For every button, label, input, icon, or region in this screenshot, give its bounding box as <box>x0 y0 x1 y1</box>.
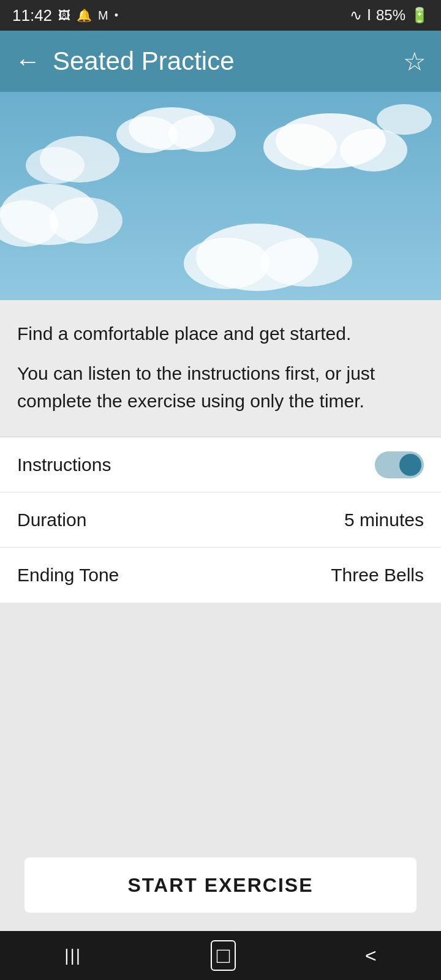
svg-point-14 <box>26 147 85 184</box>
svg-point-9 <box>49 197 123 244</box>
description-line1: Find a comfortable place and get started… <box>17 320 424 347</box>
notification-icon: 🔔 <box>77 8 92 23</box>
duration-row[interactable]: Duration 5 minutes <box>0 492 441 548</box>
recents-button[interactable]: ||| <box>64 946 81 965</box>
page-title: Seated Practice <box>53 47 403 76</box>
start-button-container: START EXERCISE <box>0 845 441 931</box>
battery-icon: 🔋 <box>410 7 429 24</box>
svg-point-5 <box>116 116 178 153</box>
ending-tone-row[interactable]: Ending Tone Three Bells <box>0 548 441 603</box>
svg-point-3 <box>340 129 407 172</box>
duration-value: 5 minutes <box>344 510 424 530</box>
wifi-icon: ∿ <box>350 7 362 24</box>
toggle-knob <box>399 454 421 476</box>
status-time: 11:42 <box>12 6 52 25</box>
hero-image <box>0 92 441 300</box>
svg-point-12 <box>260 238 352 287</box>
gmail-icon: M <box>98 9 108 23</box>
photo-icon: 🖼 <box>58 9 70 23</box>
nav-bar: ||| □ < <box>0 931 441 980</box>
dot-icon: • <box>115 9 118 22</box>
duration-label: Duration <box>17 510 86 530</box>
svg-point-15 <box>377 104 432 135</box>
back-nav-button[interactable]: < <box>365 944 377 967</box>
battery-percentage: 85% <box>376 7 405 24</box>
svg-point-11 <box>184 238 270 289</box>
content-spacer <box>0 603 441 845</box>
description-line2: You can listen to the instructions first… <box>17 360 424 415</box>
home-button[interactable]: □ <box>211 940 236 971</box>
back-button[interactable]: ← <box>15 47 40 76</box>
svg-point-6 <box>168 115 236 152</box>
favorite-button[interactable]: ☆ <box>403 47 426 77</box>
svg-point-2 <box>263 124 337 170</box>
instructions-label: Instructions <box>17 454 111 475</box>
start-exercise-button[interactable]: START EXERCISE <box>24 858 417 913</box>
instructions-toggle[interactable] <box>375 451 424 478</box>
ending-tone-label: Ending Tone <box>17 565 119 586</box>
app-bar: ← Seated Practice ☆ <box>0 31 441 92</box>
description-section: Find a comfortable place and get started… <box>0 300 441 437</box>
instructions-row: Instructions <box>0 437 441 492</box>
signal-icon: Ⅰ <box>367 7 371 24</box>
status-bar: 11:42 🖼 🔔 M • ∿ Ⅰ 85% 🔋 <box>0 0 441 31</box>
ending-tone-value: Three Bells <box>331 565 424 586</box>
settings-section: Instructions Duration 5 minutes Ending T… <box>0 437 441 603</box>
